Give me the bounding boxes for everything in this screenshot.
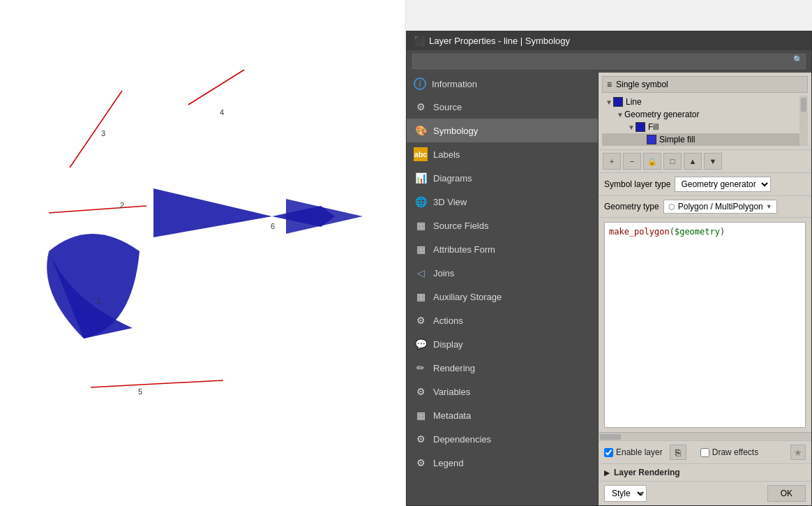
- title-bar: ⬛ Layer Properties - line | Symbology: [407, 31, 811, 50]
- expr-variable: $geometry: [675, 227, 720, 237]
- auxiliarystorage-icon: ▦: [414, 290, 428, 304]
- layer-type-label: Symbol layer type: [604, 179, 670, 189]
- expr-function: make_polygon: [609, 227, 670, 237]
- layer-rendering-header[interactable]: ▶ Layer Rendering: [604, 468, 806, 477]
- favorite-button[interactable]: ★: [790, 445, 806, 460]
- single-symbol-bar: ≡ Single symbol: [602, 76, 808, 93]
- sidebar-item-auxiliarystorage[interactable]: ▦ Auxiliary Storage: [407, 285, 598, 308]
- sidebar-label-metadata: Metadata: [433, 410, 471, 421]
- sidebar-item-information[interactable]: i Information: [407, 73, 598, 95]
- geom-type-value: Polygon / MultiPolygon: [678, 202, 763, 211]
- sidebar-item-legend[interactable]: ⚙ Legend: [407, 451, 598, 475]
- sidebar-item-display[interactable]: 💬 Display: [407, 332, 598, 356]
- sidebar-item-source[interactable]: ⚙ Source: [407, 95, 598, 119]
- sidebar-item-labels[interactable]: abc Labels: [407, 142, 598, 166]
- symbol-toolbar: + − 🔒 □ ▲ ▼: [599, 150, 811, 173]
- sidebar-label-source: Source: [433, 102, 462, 112]
- sidebar-item-3dview[interactable]: 🌐 3D View: [407, 190, 598, 214]
- layer-properties-dialog: ⬛ Layer Properties - line | Symbology 🔍 …: [406, 31, 812, 506]
- source-icon: ⚙: [414, 100, 428, 114]
- list-icon: ≡: [607, 80, 612, 89]
- sidebar-item-rendering[interactable]: ✏ Rendering: [407, 356, 598, 380]
- horizontal-scrollbar[interactable]: [599, 432, 811, 440]
- tree-scrollbar-thumb[interactable]: [801, 98, 806, 112]
- variables-icon: ⚙: [414, 385, 428, 399]
- svg-text:2: 2: [120, 201, 124, 209]
- map-canvas: 1 2 3 4 5 6: [0, 0, 405, 506]
- sidebar-label-joins: Joins: [433, 268, 454, 278]
- actions-icon: ⚙: [414, 313, 428, 327]
- sidebar-item-dependencies[interactable]: ⚙ Dependencies: [407, 427, 598, 451]
- geom-type-select[interactable]: ⬡ Polygon / MultiPolygon ▼: [663, 200, 777, 214]
- sidebar-item-variables[interactable]: ⚙ Variables: [407, 380, 598, 403]
- tree-item-simple-fill[interactable]: Simple fill: [602, 133, 799, 146]
- expr-paren-open: (: [670, 227, 675, 237]
- sidebar-item-symbology[interactable]: 🎨 Symbology: [407, 119, 598, 142]
- expr-paren-close: ): [720, 227, 725, 237]
- dialog-title: Layer Properties - line | Symbology: [429, 36, 570, 46]
- layer-settings-button[interactable]: ⎘: [670, 445, 686, 460]
- geom-type-label: Geometry type: [604, 202, 659, 211]
- display-icon: 💬: [414, 337, 428, 351]
- diagrams-icon: 📊: [414, 171, 428, 185]
- layer-rendering-label: Layer Rendering: [614, 468, 680, 477]
- attributesform-icon: ▦: [414, 242, 428, 256]
- bottom-bar: Enable layer ⎘ Draw effects ★: [599, 440, 811, 463]
- sidebar-label-information: Information: [432, 79, 477, 89]
- sidebar-item-joins[interactable]: ◁ Joins: [407, 261, 598, 285]
- legend-icon: ⚙: [414, 456, 428, 470]
- simple-fill-color-box: [647, 135, 656, 144]
- style-select[interactable]: Style: [604, 485, 647, 502]
- enable-layer-label: Enable layer: [616, 447, 663, 457]
- tree-item-fill[interactable]: ▼ Fill: [602, 121, 799, 133]
- line-color-box: [613, 97, 623, 107]
- svg-text:4: 4: [220, 108, 224, 117]
- search-input[interactable]: [412, 54, 806, 69]
- tree-label-line: Line: [626, 97, 642, 107]
- move-down-button[interactable]: ▼: [704, 153, 722, 170]
- sourcefields-icon: ▦: [414, 218, 428, 232]
- symbology-icon: 🎨: [414, 124, 428, 137]
- sidebar-item-actions[interactable]: ⚙ Actions: [407, 308, 598, 332]
- sidebar-item-sourcefields[interactable]: ▦ Source Fields: [407, 214, 598, 237]
- sidebar-label-attributesform: Attributes Form: [433, 244, 495, 255]
- remove-layer-button[interactable]: −: [623, 153, 641, 170]
- svg-text:1: 1: [96, 297, 100, 305]
- sidebar-item-metadata[interactable]: ▦ Metadata: [407, 403, 598, 427]
- expand-icon-4: [638, 135, 647, 144]
- add-layer-button[interactable]: +: [603, 153, 621, 170]
- expression-editor[interactable]: make_polygon($geometry): [604, 222, 806, 428]
- search-bar: 🔍: [407, 50, 811, 73]
- search-icon: 🔍: [793, 55, 803, 64]
- sidebar-item-diagrams[interactable]: 📊 Diagrams: [407, 166, 598, 190]
- sidebar-label-actions: Actions: [433, 315, 463, 326]
- sidebar-label-symbology: Symbology: [433, 126, 478, 136]
- labels-icon: abc: [414, 147, 428, 161]
- ok-button[interactable]: OK: [767, 485, 806, 502]
- sidebar-label-legend: Legend: [433, 458, 463, 468]
- sidebar-label-auxiliarystorage: Auxiliary Storage: [433, 292, 502, 302]
- sidebar-item-attributesform[interactable]: ▦ Attributes Form: [407, 237, 598, 261]
- rendering-icon: ✏: [414, 361, 428, 375]
- tree-scrollbar[interactable]: [799, 96, 808, 146]
- polygon-icon: ⬡: [668, 202, 675, 211]
- tree-label-geometry-generator: Geometry generator: [624, 110, 699, 119]
- metadata-icon: ▦: [414, 408, 428, 422]
- sidebar: i Information ⚙ Source 🎨 Symbology abc L…: [407, 73, 599, 505]
- tree-item-geometry-generator[interactable]: ▼ Geometry generator: [602, 108, 799, 121]
- move-up-button[interactable]: ▲: [684, 153, 702, 170]
- lock-layer-button[interactable]: 🔒: [643, 153, 661, 170]
- tree-item-line[interactable]: ▼ Line: [602, 96, 799, 108]
- draw-effects-checkbox[interactable]: [700, 448, 709, 457]
- layer-type-select[interactable]: Geometry generator: [675, 177, 771, 192]
- right-panel: ≡ Single symbol ▼ Line ▼: [599, 73, 811, 505]
- layer-rendering-section: ▶ Layer Rendering: [599, 463, 811, 481]
- duplicate-layer-button[interactable]: □: [663, 153, 682, 170]
- information-icon: i: [414, 77, 426, 90]
- expand-icon-rendering: ▶: [604, 469, 610, 477]
- h-scrollbar-thumb[interactable]: [600, 434, 621, 440]
- geom-type-row: Geometry type ⬡ Polygon / MultiPolygon ▼: [599, 196, 811, 218]
- draw-effects-check[interactable]: Draw effects: [700, 447, 758, 457]
- enable-layer-check[interactable]: Enable layer: [604, 447, 663, 457]
- enable-layer-checkbox[interactable]: [604, 448, 613, 457]
